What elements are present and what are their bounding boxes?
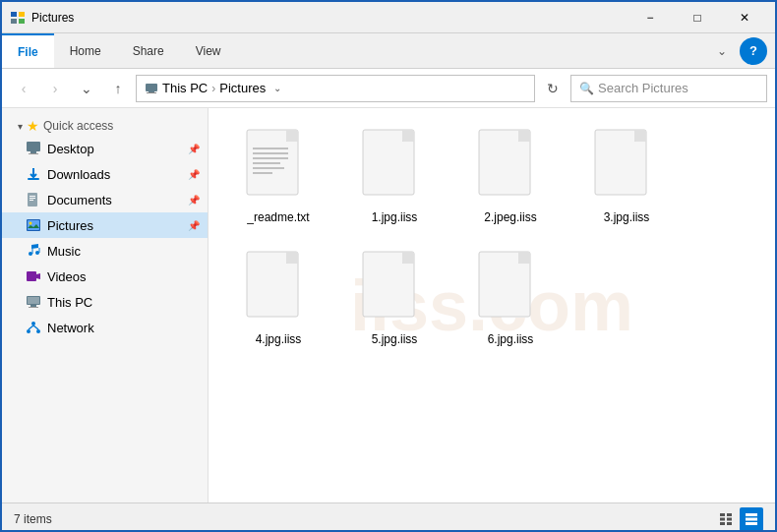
ribbon-right: ⌄ ?: [708, 33, 775, 68]
file-name-3: 3.jpg.iiss: [604, 210, 650, 226]
sidebar-item-desktop[interactable]: Desktop 📌: [2, 136, 208, 161]
file-name-readme: _readme.txt: [247, 210, 309, 226]
sidebar-item-desktop-label: Desktop: [47, 142, 94, 156]
search-icon: 🔍: [579, 82, 594, 95]
file-item-2[interactable]: 2.jpeg.iiss: [456, 120, 565, 234]
list-view-button[interactable]: [714, 507, 738, 531]
sidebar-item-this-pc-label: This PC: [47, 295, 92, 310]
svg-rect-40: [253, 167, 284, 169]
svg-rect-1: [19, 12, 25, 17]
svg-rect-38: [253, 157, 288, 159]
up-button[interactable]: ↑: [104, 75, 132, 102]
file-item-readme[interactable]: _readme.txt: [224, 120, 332, 234]
recent-locations-button[interactable]: ⌄: [73, 75, 100, 102]
address-bar: ‹ › ⌄ ↑ This PC › Pictures ⌄ ↻ 🔍 Search …: [2, 69, 775, 108]
svg-rect-36: [253, 148, 288, 149]
search-box[interactable]: 🔍 Search Pictures: [570, 75, 767, 102]
quick-access-label: Quick access: [43, 119, 113, 133]
file-icon-3: [591, 128, 662, 207]
svg-rect-16: [28, 220, 39, 230]
tab-file[interactable]: File: [2, 33, 54, 68]
quick-access-star-icon: ★: [27, 118, 39, 134]
sidebar: ▾ ★ Quick access Desktop 📌: [2, 108, 209, 502]
file-icon-1: [359, 128, 430, 207]
path-dropdown-icon[interactable]: ⌄: [273, 83, 281, 93]
file-icon-5: [359, 250, 430, 328]
svg-marker-23: [36, 273, 40, 279]
svg-rect-68: [746, 522, 757, 525]
window-title: Pictures: [31, 11, 628, 25]
file-name-2: 2.jpeg.iiss: [484, 210, 536, 226]
sidebar-item-downloads-label: Downloads: [47, 167, 110, 182]
files-grid: _readme.txt 1.jpg.iiss: [224, 120, 759, 355]
desktop-pin-icon: 📌: [188, 144, 200, 154]
svg-rect-62: [720, 517, 725, 520]
file-icon-6: [475, 250, 546, 328]
file-item-1[interactable]: 1.jpg.iiss: [340, 120, 448, 234]
minimize-button[interactable]: −: [628, 2, 673, 33]
svg-point-18: [29, 252, 32, 256]
svg-rect-4: [146, 84, 157, 91]
file-item-5[interactable]: 5.jpg.iiss: [340, 242, 448, 356]
svg-point-30: [36, 329, 40, 333]
file-name-5: 5.jpg.iiss: [372, 332, 418, 348]
sidebar-item-downloads[interactable]: Downloads 📌: [2, 161, 208, 187]
search-placeholder: Search Pictures: [598, 81, 688, 95]
title-bar: Pictures − □ ✕: [2, 2, 775, 33]
sidebar-item-this-pc[interactable]: This PC: [2, 289, 208, 315]
grid-view-button[interactable]: [740, 507, 763, 531]
svg-rect-14: [30, 200, 33, 201]
svg-rect-53: [286, 252, 298, 264]
tab-share[interactable]: Share: [117, 33, 180, 68]
this-pc-icon: [145, 82, 158, 95]
tab-home[interactable]: Home: [54, 33, 117, 68]
maximize-button[interactable]: □: [675, 2, 720, 33]
forward-button[interactable]: ›: [41, 75, 69, 102]
svg-point-17: [30, 222, 32, 225]
item-count: 7 items: [14, 512, 52, 526]
sidebar-item-videos-label: Videos: [47, 269, 87, 284]
back-button[interactable]: ‹: [10, 75, 37, 102]
main-layout: ▾ ★ Quick access Desktop 📌: [2, 108, 775, 502]
sidebar-section-quick-access[interactable]: ▾ ★ Quick access: [2, 112, 208, 136]
sidebar-item-network-label: Network: [47, 321, 94, 335]
file-icon-readme: [243, 128, 314, 207]
window-controls: − □ ✕: [628, 2, 767, 33]
help-button[interactable]: ?: [740, 37, 767, 65]
close-button[interactable]: ✕: [722, 2, 767, 33]
ribbon-tabs: File Home Share View ⌄ ?: [2, 33, 775, 69]
refresh-button[interactable]: ↻: [539, 75, 567, 102]
view-controls: [714, 507, 763, 531]
tab-view[interactable]: View: [180, 33, 237, 68]
svg-rect-56: [402, 252, 414, 264]
documents-pin-icon: 📌: [188, 195, 200, 206]
downloads-pin-icon: 📌: [188, 169, 200, 180]
path-pictures[interactable]: Pictures: [219, 81, 266, 95]
ribbon-chevron-icon[interactable]: ⌄: [708, 37, 736, 65]
svg-rect-12: [30, 196, 35, 197]
path-this-pc[interactable]: This PC: [162, 81, 208, 95]
svg-point-28: [31, 322, 35, 325]
sidebar-item-music[interactable]: Music: [2, 238, 208, 264]
downloads-icon: [26, 166, 41, 182]
svg-rect-25: [28, 297, 39, 304]
file-item-4[interactable]: 4.jpg.iiss: [224, 242, 332, 356]
sidebar-item-videos[interactable]: Videos: [2, 264, 208, 289]
svg-rect-63: [727, 517, 732, 520]
file-item-3[interactable]: 3.jpg.iiss: [572, 120, 681, 234]
sidebar-item-network[interactable]: Network: [2, 315, 208, 340]
svg-rect-37: [253, 152, 288, 154]
file-item-6[interactable]: 6.jpg.iiss: [456, 242, 565, 356]
sidebar-item-documents[interactable]: Documents 📌: [2, 187, 208, 212]
window-icon: [10, 10, 26, 26]
svg-rect-22: [27, 271, 36, 281]
svg-rect-44: [402, 130, 414, 142]
svg-rect-2: [11, 19, 17, 24]
sidebar-item-pictures[interactable]: Pictures 📌: [2, 212, 208, 238]
svg-rect-61: [727, 513, 732, 516]
svg-rect-6: [147, 92, 156, 93]
address-path[interactable]: This PC › Pictures ⌄: [136, 75, 535, 102]
svg-point-29: [27, 329, 30, 333]
svg-rect-27: [29, 307, 38, 308]
svg-rect-35: [286, 130, 298, 142]
